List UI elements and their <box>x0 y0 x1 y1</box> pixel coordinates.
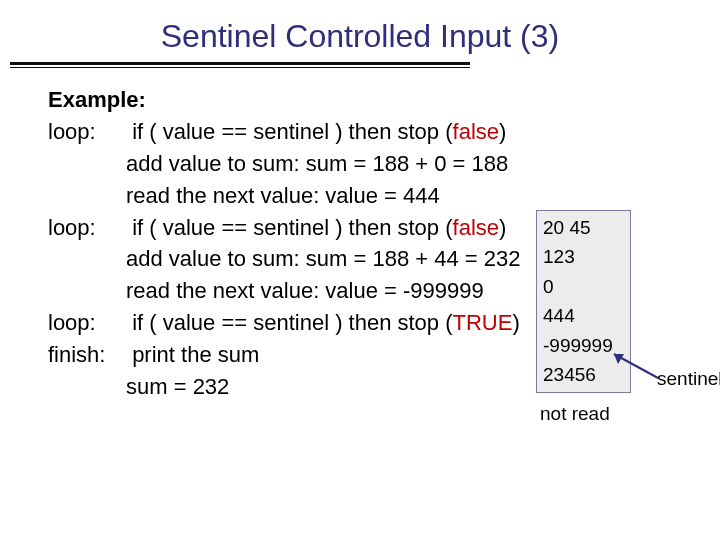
loop3-result: TRUE <box>453 310 513 335</box>
finish-label: finish: <box>48 339 126 371</box>
loop3-cond-text: if ( value == sentinel ) then stop ( <box>132 310 452 335</box>
input-line-3: 0 <box>543 272 624 301</box>
loop1-cond: loop: if ( value == sentinel ) then stop… <box>48 116 688 148</box>
title-rule-thin <box>10 67 470 68</box>
finish-text: print the sum <box>132 339 259 371</box>
not-read-label: not read <box>540 403 610 425</box>
input-line-4: 444 <box>543 301 624 330</box>
loop3-label: loop: <box>48 307 126 339</box>
loop3-cond-tail: ) <box>512 310 519 335</box>
loop2-result: false <box>453 215 499 240</box>
example-label: Example: <box>48 84 688 116</box>
slide: Sentinel Controlled Input (3) Example: l… <box>0 0 720 540</box>
sentinel-label: sentinel <box>657 368 720 390</box>
loop1-cond-tail: ) <box>499 119 506 144</box>
input-line-1: 20 45 <box>543 213 624 242</box>
loop2-cond-text: if ( value == sentinel ) then stop ( <box>132 215 452 240</box>
loop1-result: false <box>453 119 499 144</box>
loop1-cond-text: if ( value == sentinel ) then stop ( <box>132 119 452 144</box>
loop1-label: loop: <box>48 116 126 148</box>
slide-title: Sentinel Controlled Input (3) <box>0 18 720 55</box>
input-line-2: 123 <box>543 242 624 271</box>
loop2-cond-tail: ) <box>499 215 506 240</box>
arrow-icon <box>608 350 663 380</box>
loop1-read: read the next value: value = 444 <box>48 180 688 212</box>
title-rule-thick <box>10 62 470 65</box>
loop1-add: add value to sum: sum = 188 + 0 = 188 <box>48 148 688 180</box>
loop2-label: loop: <box>48 212 126 244</box>
